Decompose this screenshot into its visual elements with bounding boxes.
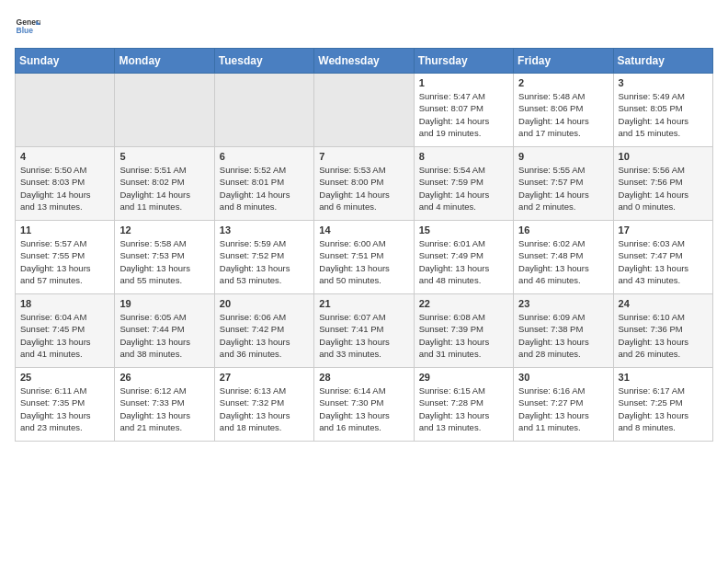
calendar-cell: 12Sunrise: 5:58 AM Sunset: 7:53 PM Dayli…	[115, 221, 214, 294]
logo-icon: General Blue	[15, 15, 40, 40]
calendar-cell: 20Sunrise: 6:06 AM Sunset: 7:42 PM Dayli…	[214, 294, 313, 368]
calendar-cell: 22Sunrise: 6:08 AM Sunset: 7:39 PM Dayli…	[414, 294, 513, 368]
calendar-cell: 17Sunrise: 6:03 AM Sunset: 7:47 PM Dayli…	[613, 221, 712, 294]
calendar-cell: 14Sunrise: 6:00 AM Sunset: 7:51 PM Dayli…	[314, 221, 414, 294]
day-number: 31	[619, 372, 708, 383]
calendar-cell: 1Sunrise: 5:47 AM Sunset: 8:07 PM Daylig…	[414, 74, 513, 147]
calendar-table: SundayMondayTuesdayWednesdayThursdayFrid…	[15, 48, 713, 442]
day-header-sunday: Sunday	[16, 49, 115, 74]
day-number: 13	[220, 224, 309, 236]
day-number: 9	[518, 151, 608, 162]
week-row-3: 11Sunrise: 5:57 AM Sunset: 7:55 PM Dayli…	[16, 221, 713, 294]
day-info: Sunrise: 5:49 AM Sunset: 8:05 PM Dayligh…	[619, 90, 708, 139]
day-info: Sunrise: 5:57 AM Sunset: 7:55 PM Dayligh…	[20, 237, 109, 286]
calendar-cell: 2Sunrise: 5:48 AM Sunset: 8:06 PM Daylig…	[514, 74, 613, 147]
day-number: 1	[419, 77, 508, 88]
day-number: 19	[119, 298, 209, 309]
calendar-cell: 21Sunrise: 6:07 AM Sunset: 7:41 PM Dayli…	[314, 294, 414, 368]
day-info: Sunrise: 5:52 AM Sunset: 8:01 PM Dayligh…	[220, 164, 309, 213]
week-row-4: 18Sunrise: 6:04 AM Sunset: 7:45 PM Dayli…	[16, 294, 713, 368]
day-info: Sunrise: 6:13 AM Sunset: 7:32 PM Dayligh…	[220, 385, 309, 433]
day-info: Sunrise: 6:03 AM Sunset: 7:47 PM Dayligh…	[619, 237, 708, 286]
day-info: Sunrise: 6:06 AM Sunset: 7:42 PM Dayligh…	[220, 311, 309, 360]
day-info: Sunrise: 5:47 AM Sunset: 8:07 PM Dayligh…	[419, 90, 508, 139]
day-info: Sunrise: 6:11 AM Sunset: 7:35 PM Dayligh…	[20, 385, 109, 433]
day-number: 7	[319, 151, 408, 162]
calendar-cell: 4Sunrise: 5:50 AM Sunset: 8:03 PM Daylig…	[16, 147, 115, 221]
day-number: 22	[419, 298, 508, 309]
day-info: Sunrise: 5:58 AM Sunset: 7:53 PM Dayligh…	[119, 237, 209, 286]
day-number: 5	[119, 151, 209, 162]
calendar-cell: 29Sunrise: 6:15 AM Sunset: 7:28 PM Dayli…	[414, 368, 513, 442]
svg-text:Blue: Blue	[17, 26, 34, 35]
calendar-cell	[214, 74, 313, 147]
day-header-monday: Monday	[115, 49, 214, 74]
day-info: Sunrise: 6:02 AM Sunset: 7:48 PM Dayligh…	[518, 237, 608, 286]
day-number: 8	[419, 151, 508, 162]
day-number: 15	[419, 224, 508, 236]
calendar-cell: 23Sunrise: 6:09 AM Sunset: 7:38 PM Dayli…	[514, 294, 613, 368]
calendar-cell: 25Sunrise: 6:11 AM Sunset: 7:35 PM Dayli…	[16, 368, 115, 442]
calendar-cell	[314, 74, 414, 147]
day-info: Sunrise: 6:16 AM Sunset: 7:27 PM Dayligh…	[518, 385, 608, 433]
day-number: 12	[119, 224, 209, 236]
calendar-cell: 3Sunrise: 5:49 AM Sunset: 8:05 PM Daylig…	[613, 74, 712, 147]
day-info: Sunrise: 5:55 AM Sunset: 7:57 PM Dayligh…	[518, 164, 608, 213]
day-header-thursday: Thursday	[414, 49, 513, 74]
day-number: 4	[20, 151, 109, 162]
day-info: Sunrise: 5:59 AM Sunset: 7:52 PM Dayligh…	[220, 237, 309, 286]
day-info: Sunrise: 5:54 AM Sunset: 7:59 PM Dayligh…	[419, 164, 508, 213]
day-info: Sunrise: 5:50 AM Sunset: 8:03 PM Dayligh…	[20, 164, 109, 213]
day-header-tuesday: Tuesday	[214, 49, 313, 74]
day-info: Sunrise: 6:17 AM Sunset: 7:25 PM Dayligh…	[619, 385, 708, 433]
day-number: 20	[220, 298, 309, 309]
day-number: 16	[518, 224, 608, 236]
day-number: 10	[619, 151, 708, 162]
day-info: Sunrise: 5:53 AM Sunset: 8:00 PM Dayligh…	[319, 164, 408, 213]
logo: General Blue	[15, 15, 40, 40]
calendar-cell: 10Sunrise: 5:56 AM Sunset: 7:56 PM Dayli…	[613, 147, 712, 221]
day-number: 18	[20, 298, 109, 309]
day-number: 2	[518, 77, 608, 88]
day-number: 28	[319, 372, 408, 383]
day-info: Sunrise: 6:08 AM Sunset: 7:39 PM Dayligh…	[419, 311, 508, 360]
calendar-cell: 27Sunrise: 6:13 AM Sunset: 7:32 PM Dayli…	[214, 368, 313, 442]
calendar-cell: 13Sunrise: 5:59 AM Sunset: 7:52 PM Dayli…	[214, 221, 313, 294]
day-info: Sunrise: 6:12 AM Sunset: 7:33 PM Dayligh…	[119, 385, 209, 433]
page-header: General Blue	[15, 15, 713, 40]
day-number: 27	[220, 372, 309, 383]
day-number: 14	[319, 224, 408, 236]
day-number: 6	[220, 151, 309, 162]
calendar-cell: 16Sunrise: 6:02 AM Sunset: 7:48 PM Dayli…	[514, 221, 613, 294]
day-number: 25	[20, 372, 109, 383]
calendar-cell: 18Sunrise: 6:04 AM Sunset: 7:45 PM Dayli…	[16, 294, 115, 368]
day-number: 30	[518, 372, 608, 383]
calendar-cell: 28Sunrise: 6:14 AM Sunset: 7:30 PM Dayli…	[314, 368, 414, 442]
week-row-1: 1Sunrise: 5:47 AM Sunset: 8:07 PM Daylig…	[16, 74, 713, 147]
day-info: Sunrise: 6:10 AM Sunset: 7:36 PM Dayligh…	[619, 311, 708, 360]
week-row-2: 4Sunrise: 5:50 AM Sunset: 8:03 PM Daylig…	[16, 147, 713, 221]
header-row: SundayMondayTuesdayWednesdayThursdayFrid…	[16, 49, 713, 74]
week-row-5: 25Sunrise: 6:11 AM Sunset: 7:35 PM Dayli…	[16, 368, 713, 442]
calendar-cell	[115, 74, 214, 147]
day-info: Sunrise: 6:15 AM Sunset: 7:28 PM Dayligh…	[419, 385, 508, 433]
day-number: 21	[319, 298, 408, 309]
calendar-cell: 11Sunrise: 5:57 AM Sunset: 7:55 PM Dayli…	[16, 221, 115, 294]
calendar-cell: 9Sunrise: 5:55 AM Sunset: 7:57 PM Daylig…	[514, 147, 613, 221]
day-info: Sunrise: 6:05 AM Sunset: 7:44 PM Dayligh…	[119, 311, 209, 360]
day-number: 3	[619, 77, 708, 88]
calendar-cell: 6Sunrise: 5:52 AM Sunset: 8:01 PM Daylig…	[214, 147, 313, 221]
calendar-cell: 7Sunrise: 5:53 AM Sunset: 8:00 PM Daylig…	[314, 147, 414, 221]
calendar-cell: 19Sunrise: 6:05 AM Sunset: 7:44 PM Dayli…	[115, 294, 214, 368]
day-number: 24	[619, 298, 708, 309]
calendar-cell	[16, 74, 115, 147]
day-number: 26	[119, 372, 209, 383]
day-info: Sunrise: 6:14 AM Sunset: 7:30 PM Dayligh…	[319, 385, 408, 433]
day-header-friday: Friday	[514, 49, 613, 74]
day-info: Sunrise: 6:01 AM Sunset: 7:49 PM Dayligh…	[419, 237, 508, 286]
day-number: 17	[619, 224, 708, 236]
day-info: Sunrise: 6:04 AM Sunset: 7:45 PM Dayligh…	[20, 311, 109, 360]
day-header-wednesday: Wednesday	[314, 49, 414, 74]
day-number: 29	[419, 372, 508, 383]
day-header-saturday: Saturday	[613, 49, 712, 74]
